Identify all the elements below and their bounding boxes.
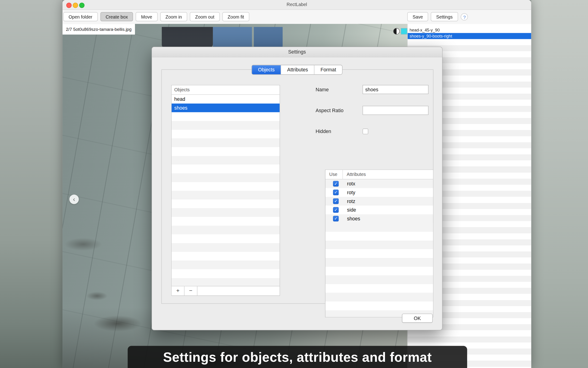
- attribute-name: shoes: [347, 216, 360, 221]
- help-icon: ?: [463, 15, 466, 20]
- photo-person-jacket: [162, 27, 213, 48]
- name-input[interactable]: [362, 85, 429, 94]
- remove-object-button[interactable]: −: [184, 286, 197, 295]
- tab-attributes[interactable]: Attributes: [281, 65, 314, 74]
- object-name: shoes: [174, 105, 187, 111]
- annotations-rows: head-x_45-y_90 shoes-y_90-boots-right: [408, 27, 531, 39]
- annotation-label: shoes-y_90-boots-right: [410, 34, 452, 38]
- blurred-background-left: [0, 0, 62, 368]
- save-button[interactable]: Save: [407, 12, 428, 21]
- attribute-row: ✓ rotx: [325, 179, 433, 188]
- dialog-title: Settings: [152, 47, 442, 57]
- dialog-titlebar[interactable]: Settings: [152, 47, 442, 57]
- use-checkbox[interactable]: ✓: [333, 198, 339, 204]
- toolbar-right-group: Save Settings ?: [407, 12, 468, 21]
- objects-list: Objects head shoes + −: [171, 85, 280, 296]
- object-list-item-selected[interactable]: shoes: [172, 104, 280, 112]
- use-checkbox[interactable]: ✓: [333, 207, 339, 213]
- toolbar-left-group: Open folder Create box Move Zoom in Zoom…: [63, 12, 249, 21]
- zoom-in-button[interactable]: Zoom in: [160, 12, 187, 21]
- settings-tab-bar: Objects Attributes Format: [252, 65, 342, 75]
- objects-list-footer: + −: [172, 286, 280, 295]
- app-window: RectLabel Open folder Create box Move Zo…: [62, 0, 531, 368]
- aspect-ratio-input[interactable]: [362, 106, 429, 115]
- stage: RectLabel Open folder Create box Move Zo…: [0, 0, 588, 368]
- caption-text: Settings for objects, attributes and for…: [163, 350, 431, 365]
- zoom-out-button[interactable]: Zoom out: [190, 12, 220, 21]
- toolbar: Open folder Create box Move Zoom in Zoom…: [62, 10, 531, 24]
- settings-button[interactable]: Settings: [431, 12, 458, 21]
- minus-icon: −: [189, 287, 192, 294]
- attribute-name: rotz: [347, 198, 355, 204]
- plus-icon: +: [176, 287, 179, 294]
- contrast-icon[interactable]: [393, 28, 400, 35]
- aspect-ratio-label: Aspect Ratio: [316, 106, 343, 115]
- check-icon: ✓: [334, 216, 338, 221]
- check-icon: ✓: [334, 208, 338, 212]
- tab-format[interactable]: Format: [314, 65, 342, 74]
- screenshot-frame: RectLabel Open folder Create box Move Zo…: [0, 0, 588, 368]
- object-list-item[interactable]: head: [172, 95, 280, 104]
- add-object-button[interactable]: +: [172, 286, 184, 295]
- object-name: head: [174, 96, 185, 102]
- blurred-background-right: [531, 0, 588, 368]
- use-checkbox[interactable]: ✓: [333, 216, 339, 221]
- attribute-row: ✓ side: [325, 206, 433, 214]
- create-box-button[interactable]: Create box: [100, 12, 133, 21]
- previous-image-button[interactable]: ‹: [69, 195, 79, 204]
- check-icon: ✓: [334, 191, 338, 195]
- chevron-left-icon: ‹: [73, 196, 75, 202]
- hidden-label: Hidden: [316, 127, 331, 136]
- objects-empty-rows: [172, 112, 280, 286]
- help-button[interactable]: ?: [461, 13, 468, 20]
- check-icon: ✓: [334, 199, 338, 203]
- attribute-row: ✓ shoes: [325, 214, 433, 223]
- check-icon: ✓: [334, 182, 338, 186]
- attribute-name: side: [347, 207, 356, 213]
- hidden-checkbox[interactable]: [362, 129, 368, 134]
- tab-objects[interactable]: Objects: [252, 65, 281, 74]
- attributes-table: Use Attributes ✓ rotx ✓ roty ✓ rotz: [325, 170, 433, 317]
- attribute-name: roty: [347, 190, 355, 195]
- use-checkbox[interactable]: ✓: [333, 190, 339, 195]
- filename-label: 2/7 5ot0u869szo-tamara-bellis.jpg: [62, 24, 135, 35]
- label-color-swatch: [401, 28, 407, 35]
- photo-person-jeans: [213, 27, 252, 48]
- attribute-row: ✓ roty: [325, 188, 433, 197]
- ok-button[interactable]: OK: [402, 313, 433, 322]
- annotation-label: head-x_45-y_90: [410, 28, 440, 32]
- attributes-column-header: Attributes: [343, 170, 366, 179]
- objects-list-header: Objects: [172, 85, 280, 95]
- photo-person-jeans-2: [254, 27, 283, 48]
- window-title: RectLabel: [62, 0, 531, 9]
- tab-content-box: Objects head shoes + − Name Aspect Rati: [161, 69, 433, 304]
- window-titlebar: RectLabel: [62, 0, 531, 10]
- attribute-row: ✓ rotz: [325, 197, 433, 206]
- annotation-list-item[interactable]: head-x_45-y_90: [408, 27, 531, 33]
- move-button[interactable]: Move: [136, 12, 158, 21]
- settings-dialog: Settings Objects Attributes Format Objec…: [152, 46, 443, 330]
- open-folder-button[interactable]: Open folder: [63, 12, 97, 21]
- video-caption: Settings for objects, attributes and for…: [128, 346, 467, 368]
- attributes-table-header: Use Attributes: [325, 170, 433, 179]
- annotation-list-item-selected[interactable]: shoes-y_90-boots-right: [408, 33, 531, 39]
- attributes-empty-rows: [325, 223, 433, 317]
- use-column-header: Use: [325, 170, 343, 179]
- attribute-name: rotx: [347, 181, 355, 187]
- name-label: Name: [316, 85, 329, 94]
- use-checkbox[interactable]: ✓: [333, 181, 339, 187]
- zoom-fit-button[interactable]: Zoom fit: [222, 12, 249, 21]
